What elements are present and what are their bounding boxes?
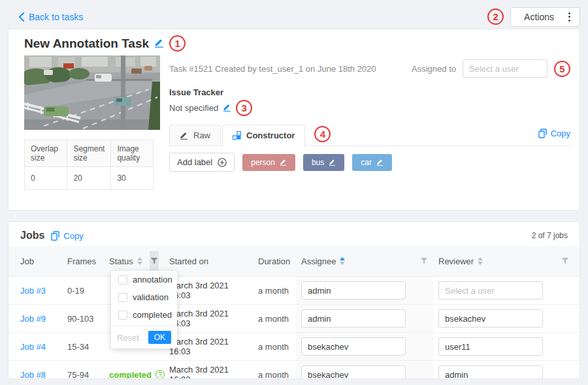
status-sorter-icon[interactable]: [137, 257, 142, 265]
copy-icon: [538, 129, 547, 138]
checkbox-completed[interactable]: [118, 311, 127, 320]
label-edit-icon[interactable]: [329, 159, 336, 166]
jobs-card: Jobs Copy 2 of 7 jobs Job Frames Status: [8, 221, 580, 379]
filter-option-completed-label: completed: [133, 310, 172, 320]
jobs-header-row: Job Frames Status Started on Duration: [8, 246, 580, 277]
add-label-text: Add label: [177, 157, 212, 167]
actions-label: Actions: [511, 12, 566, 22]
tab-constructor[interactable]: Constructor: [222, 125, 305, 146]
checkbox-annotation[interactable]: [118, 275, 127, 285]
filter-option-validation[interactable]: validation: [111, 288, 177, 306]
label-chip-car[interactable]: car: [352, 154, 392, 171]
back-to-tasks-label: Back to tasks: [29, 12, 83, 22]
status-completed-text: completed: [109, 370, 152, 380]
annotation-marker-2: 2: [487, 8, 504, 25]
filter-option-annotation-label: annotation: [133, 275, 172, 285]
col-frames: Frames: [62, 246, 104, 277]
status-filter-button[interactable]: [150, 251, 159, 271]
col-reviewer[interactable]: Reviewer: [433, 246, 580, 277]
job-link[interactable]: Job #4: [20, 342, 46, 352]
duration-cell: a month: [253, 361, 296, 380]
reviewer-filter-button[interactable]: [561, 257, 569, 265]
issue-tracker-label: Issue Tracker: [169, 87, 570, 97]
jobs-copy-button[interactable]: Copy: [51, 231, 83, 241]
label-chip-person[interactable]: person: [242, 154, 295, 171]
reviewer-input[interactable]: [438, 309, 543, 328]
status-filter-dropdown: annotation validation completed Reset OK: [111, 271, 177, 348]
col-started: Started on: [164, 246, 253, 277]
assignee-input[interactable]: [301, 337, 406, 356]
annotation-marker-3: 3: [236, 100, 252, 116]
reviewer-input[interactable]: [438, 281, 543, 300]
table-row: Job #9 90-103 March 3rd 2021 16:03 a mon…: [8, 305, 580, 333]
annotation-marker-4: 4: [314, 126, 331, 142]
chevron-left-icon: [18, 12, 24, 22]
started-cell: March 3rd 2021 16:03: [164, 305, 253, 333]
duration-cell: a month: [253, 333, 296, 361]
task-details-card: New Annotation Task 1: [8, 29, 580, 211]
job-link[interactable]: Job #8: [20, 370, 46, 380]
table-row: Job #8 75-94 completed ? March 3rd 2021 …: [8, 361, 580, 380]
duration-cell: a month: [253, 277, 296, 305]
labels-copy-label: Copy: [551, 129, 570, 138]
table-row: Job #3 0-19 March 3rd 2021 16:03 a month: [8, 277, 580, 305]
question-circle-icon[interactable]: ?: [155, 370, 165, 379]
add-label-button[interactable]: Add label: [169, 153, 235, 172]
col-assignee[interactable]: Assignee: [296, 246, 433, 277]
actions-button[interactable]: Actions: [510, 7, 580, 27]
duration-cell: a month: [253, 305, 296, 333]
table-row: Job #4 15-34 March 3rd 2021 16:03 a mont…: [8, 333, 580, 361]
build-blocks-icon: [233, 131, 241, 140]
started-cell: March 3rd 2021 16:03: [164, 361, 253, 380]
label-edit-icon[interactable]: [280, 159, 287, 166]
jobs-copy-label: Copy: [63, 231, 83, 241]
checkbox-validation[interactable]: [118, 293, 127, 302]
reviewer-input[interactable]: [438, 365, 543, 379]
annotation-marker-5: 5: [554, 61, 570, 77]
col-status-label: Status: [109, 256, 133, 266]
labels-copy-button[interactable]: Copy: [538, 129, 570, 142]
assigned-to-label: Assigned to: [412, 64, 456, 74]
job-link[interactable]: Job #9: [20, 314, 46, 324]
assignee-input[interactable]: [301, 365, 406, 379]
label-chip-car-text: car: [361, 158, 372, 167]
started-cell: March 3rd 2021 16:03: [164, 333, 253, 361]
assignee-sorter-icon[interactable]: [340, 257, 345, 265]
reviewer-input[interactable]: [438, 337, 543, 356]
filter-option-validation-label: validation: [133, 292, 169, 302]
param-value-quality: 30: [111, 167, 154, 190]
annotation-marker-1: 1: [169, 35, 186, 52]
label-chip-person-text: person: [251, 158, 275, 167]
assigned-to-input[interactable]: [463, 59, 547, 78]
filter-ok-button[interactable]: OK: [148, 331, 171, 344]
task-preview-image: [24, 55, 160, 130]
tab-raw[interactable]: Raw: [169, 125, 221, 146]
label-chip-bus[interactable]: bus: [303, 154, 344, 171]
assignee-filter-button[interactable]: [420, 257, 428, 265]
param-header-overlap: Overlap size: [25, 140, 67, 167]
funnel-icon: [561, 257, 569, 265]
issue-tracker-value: Not specified: [169, 103, 218, 113]
funnel-icon: [420, 257, 428, 265]
filter-reset-button[interactable]: Reset: [117, 333, 139, 343]
label-edit-icon[interactable]: [376, 159, 384, 166]
reviewer-sorter-icon[interactable]: [478, 257, 483, 265]
edit-issue-tracker-icon[interactable]: [223, 103, 231, 114]
tab-constructor-label: Constructor: [246, 131, 295, 140]
assignee-input[interactable]: [301, 281, 406, 300]
edit-task-name-icon[interactable]: [154, 38, 164, 50]
plus-circle-icon: [218, 158, 227, 167]
back-to-tasks-link[interactable]: Back to tasks: [18, 12, 83, 22]
assignee-input[interactable]: [301, 309, 406, 328]
param-header-segment: Segment size: [67, 140, 111, 167]
job-link[interactable]: Job #3: [20, 286, 46, 296]
top-bar: Back to tasks 2 Actions: [0, 0, 588, 29]
col-reviewer-label: Reviewer: [438, 256, 474, 266]
kebab-menu-icon[interactable]: [566, 12, 580, 22]
param-value-segment: 20: [67, 167, 111, 190]
filter-option-completed[interactable]: completed: [111, 306, 177, 324]
frames-cell: 90-103: [62, 305, 104, 333]
pencil-icon: [180, 131, 188, 140]
jobs-table: Job Frames Status Started on Duration: [8, 246, 580, 379]
filter-option-annotation[interactable]: annotation: [111, 271, 177, 288]
